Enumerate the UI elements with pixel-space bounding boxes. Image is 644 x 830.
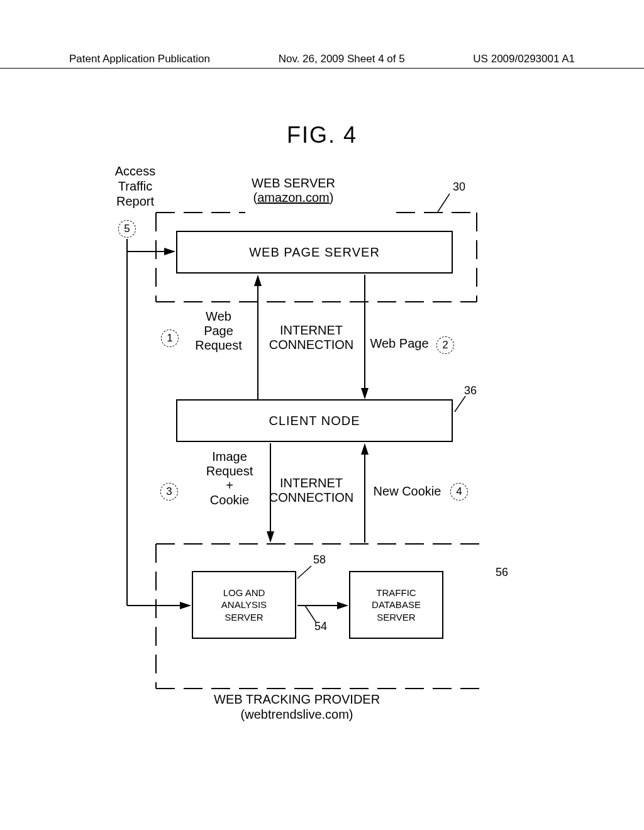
tracking-provider-line1: WEB TRACKING PROVIDER (214, 692, 380, 707)
internet-connection-2-label: INTERNETCONNECTION (258, 476, 365, 505)
internet-connection-1-label: INTERNETCONNECTION (258, 323, 365, 352)
header-left: Patent Application Publication (69, 53, 210, 65)
diagram: AccessTrafficReport 5 1 2 3 4 WEB SERVER… (94, 163, 484, 761)
tracking-provider-line2: (webtrendslive.com) (214, 707, 380, 722)
header: Patent Application Publication Nov. 26, … (0, 53, 644, 65)
ref-56: 56 (496, 566, 508, 579)
access-traffic-report-label: AccessTrafficReport (107, 163, 164, 209)
ref-58: 58 (313, 553, 326, 567)
header-center: Nov. 26, 2009 Sheet 4 of 5 (279, 53, 405, 65)
step-3-circle: 3 (160, 483, 178, 501)
new-cookie-label: New Cookie (368, 484, 447, 499)
step-5-circle: 5 (118, 220, 136, 238)
ref-36: 36 (464, 384, 477, 397)
svg-line-8 (438, 194, 450, 212)
web-page-label: Web Page (368, 336, 431, 351)
log-analysis-server-box: LOG ANDANALYSISSERVER (192, 571, 296, 639)
image-request-cookie-label: ImageRequest+Cookie (195, 450, 264, 507)
svg-line-10 (297, 566, 311, 578)
svg-line-9 (455, 396, 465, 412)
web-server-title-line2: (amazon.com) (252, 191, 335, 205)
figure-title: FIG. 4 (0, 122, 644, 148)
web-server-title-line1: WEB SERVER (252, 176, 335, 191)
client-node-box: CLIENT NODE (176, 399, 453, 442)
web-page-request-label: WebPageRequest (186, 309, 252, 353)
step-4-circle: 4 (450, 483, 468, 501)
ref-30: 30 (453, 180, 465, 194)
tracking-provider-title: WEB TRACKING PROVIDER (webtrendslive.com… (214, 692, 380, 722)
web-page-server-box: WEB PAGE SERVER (176, 231, 453, 274)
ref-54: 54 (314, 620, 327, 633)
step-1-circle: 1 (161, 329, 179, 347)
web-server-title: WEB SERVER (amazon.com) (252, 176, 335, 205)
traffic-database-server-box: TRAFFICDATABASESERVER (349, 571, 443, 639)
step-2-circle: 2 (436, 336, 454, 354)
header-right: US 2009/0293001 A1 (473, 53, 575, 65)
web-server-title-domain: amazon.com (257, 191, 330, 204)
header-rule (0, 68, 644, 69)
